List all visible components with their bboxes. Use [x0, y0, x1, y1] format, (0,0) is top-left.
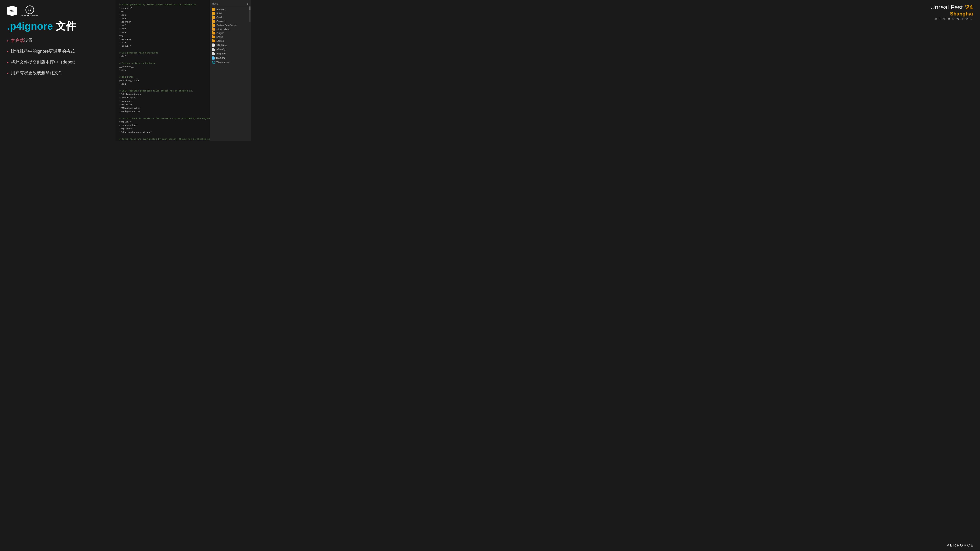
bullet-text-4: 用户有权更改或删除此文件 [11, 70, 63, 76]
code-area: # Files generated by visual studio shoul… [115, 0, 210, 141]
file-item-label: DerivedDataCache [216, 24, 236, 27]
left-panel: EPIC GAMES U UNREAL ENGINE .p4ignore 文件 … [0, 0, 115, 141]
file-item-label: .p4ignore [216, 52, 226, 55]
bullet-text-1: 客户端设置 [11, 38, 33, 44]
file-item-label: Content [216, 20, 224, 23]
unreal-engine-logo: U UNREAL ENGINE [21, 5, 39, 16]
file-icon [212, 43, 215, 47]
folder-icon [212, 36, 215, 38]
folder-icon [212, 28, 215, 30]
bullet-dot: • [7, 49, 9, 55]
list-item: • 用户有权更改或删除此文件 [7, 70, 108, 76]
page-title: .p4ignore 文件 [7, 21, 108, 32]
bullet-dot: • [7, 60, 9, 66]
file-item-binaries[interactable]: Binaries [210, 8, 251, 11]
title-cyan: .p4ignore [7, 21, 53, 32]
file-item-titan-png[interactable]: Titan.png [210, 56, 251, 60]
folder-icon [212, 8, 215, 11]
file-item-label: Binaries [216, 8, 225, 11]
right-content: # Files generated by visual studio shoul… [115, 0, 251, 141]
right-panel: Unreal Fest '24 Shanghai 虚 幻 引 擎 技 术 开 放… [115, 0, 251, 141]
file-item-label: Build [216, 12, 222, 15]
epic-games-logo: EPIC GAMES [7, 6, 17, 16]
file-explorer: Name ▲ Binaries Build Config [210, 0, 251, 141]
scrollbar-track[interactable] [249, 6, 250, 22]
header-logos: EPIC GAMES U UNREAL ENGINE [7, 5, 108, 16]
file-item-label: Saved [216, 36, 223, 38]
file-item-plugins[interactable]: Plugins [210, 31, 251, 35]
folder-icon [212, 24, 215, 27]
file-item-source[interactable]: Source [210, 39, 251, 43]
bullet-list: • 客户端设置 • 比流规范中的ignore更通用的格式 • 将此文件提交到版本… [7, 38, 108, 76]
file-item-label: Titan.uproject [216, 61, 231, 64]
file-item-intermediate[interactable]: Intermediate [210, 27, 251, 31]
bullet-text-3: 将此文件提交到版本库中（depot） [11, 59, 78, 65]
file-item-build[interactable]: Build [210, 11, 251, 16]
explorer-header: Name ▲ [210, 2, 251, 7]
list-item: • 客户端设置 [7, 38, 108, 44]
file-item-label: Config [216, 16, 223, 19]
folder-icon [212, 20, 215, 23]
file-item-label: Intermediate [216, 28, 229, 30]
file-item-p4config[interactable]: .p4config [210, 47, 251, 52]
folder-icon [212, 40, 215, 42]
file-item-titan-uproject[interactable]: U Titan.uproject [210, 60, 251, 65]
file-item-saved[interactable]: Saved [210, 35, 251, 39]
bullet-dot: • [7, 38, 9, 44]
title-white: 文件 [53, 21, 76, 32]
file-item-p4ignore[interactable]: .p4ignore [210, 52, 251, 56]
file-icon [212, 52, 215, 55]
folder-icon [212, 12, 215, 15]
file-item-label: Titan.png [216, 57, 226, 59]
sort-icon: ▲ [247, 3, 248, 5]
file-icon [212, 56, 215, 60]
folder-icon [212, 32, 215, 35]
file-item-ds-store[interactable]: .DS_Store [210, 43, 251, 47]
list-item: • 将此文件提交到版本库中（depot） [7, 59, 108, 66]
file-item-deriveddatacache[interactable]: DerivedDataCache [210, 23, 251, 27]
code-block: # Files generated by visual studio shoul… [119, 3, 206, 141]
bullet-dot: • [7, 70, 9, 76]
file-icon [212, 48, 215, 51]
file-item-label: .p4config [216, 48, 225, 51]
file-item-label: .DS_Store [216, 44, 227, 46]
folder-icon [212, 16, 215, 19]
file-item-config[interactable]: Config [210, 16, 251, 19]
ue-file-icon: U [212, 61, 215, 64]
scrollbar-thumb[interactable] [249, 6, 250, 10]
file-item-label: Source [216, 40, 224, 42]
bullet-text-2: 比流规范中的ignore更通用的格式 [11, 48, 75, 54]
file-item-content[interactable]: Content [210, 19, 251, 23]
file-item-label: Plugins [216, 32, 224, 35]
explorer-header-text: Name [212, 2, 247, 5]
list-item: • 比流规范中的ignore更通用的格式 [7, 48, 108, 55]
